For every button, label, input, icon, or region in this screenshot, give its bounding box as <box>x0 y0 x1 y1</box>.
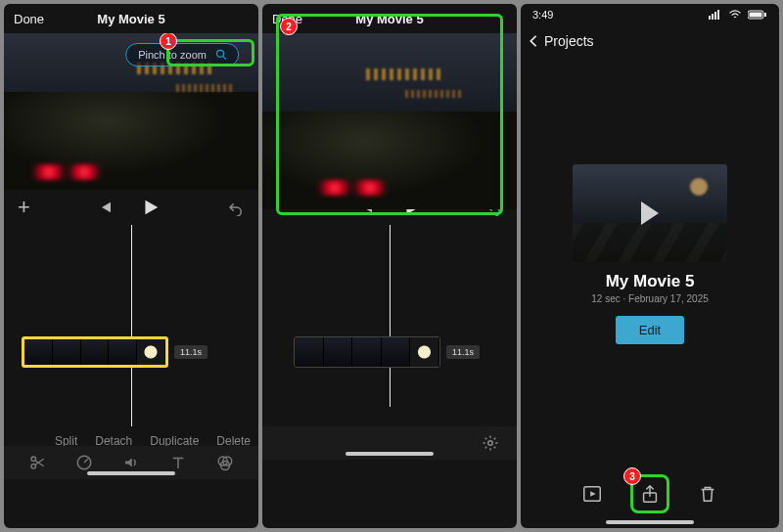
playhead[interactable] <box>131 225 132 426</box>
projects-label: Projects <box>544 33 594 49</box>
svg-rect-9 <box>709 16 711 20</box>
playhead[interactable] <box>390 225 391 407</box>
settings-gear-icon[interactable] <box>482 434 499 452</box>
project-meta: 12 sec · February 17, 2025 <box>573 293 727 304</box>
editor-panel-1: Done My Movie 5 Pinch to zoom 1 + 11.1s <box>4 4 258 528</box>
speed-icon[interactable] <box>75 454 93 471</box>
share-icon[interactable] <box>639 483 661 505</box>
text-icon[interactable] <box>169 454 187 471</box>
play-outline-icon[interactable] <box>581 483 603 505</box>
editor-panel-2: Done My Movie 5 2 11.1s <box>262 4 517 528</box>
timeline[interactable]: 11.1s Split Detach Duplicate Delete <box>4 225 258 479</box>
selected-clip[interactable] <box>22 336 168 368</box>
svg-point-8 <box>488 441 493 446</box>
signal-icon <box>709 10 722 20</box>
wifi-icon <box>728 10 742 20</box>
clip-row: 11.1s <box>22 334 247 370</box>
chevron-left-icon <box>529 34 538 48</box>
svg-rect-15 <box>764 13 766 17</box>
play-icon[interactable] <box>139 197 161 218</box>
clip-duration: 11.1s <box>446 345 480 359</box>
home-indicator <box>87 471 175 475</box>
scissors-icon[interactable] <box>28 454 46 471</box>
svg-rect-11 <box>714 12 716 20</box>
project-actions: 3 <box>521 471 779 516</box>
status-bar: 3:49 <box>521 4 779 25</box>
filters-icon[interactable] <box>216 454 234 471</box>
clip-duration: 11.1s <box>174 345 207 359</box>
transport-bar: + <box>4 190 258 225</box>
volume-icon[interactable] <box>122 454 140 471</box>
timeline[interactable]: 11.1s <box>262 225 517 460</box>
home-indicator <box>606 520 694 524</box>
clock: 3:49 <box>532 9 553 21</box>
back-to-projects[interactable]: Projects <box>521 25 779 57</box>
projects-panel: 3:49 Projects My Movie 5 12 sec · Februa… <box>521 4 779 528</box>
clip-row: 11.1s <box>280 334 505 370</box>
project-title: My Movie 5 <box>573 272 727 291</box>
battery-icon <box>748 10 767 20</box>
edit-button[interactable]: Edit <box>616 316 684 344</box>
undo-icon[interactable] <box>227 199 245 216</box>
share-button-highlight: 3 <box>630 474 669 513</box>
highlight-box-2 <box>276 14 503 215</box>
home-indicator <box>345 452 434 456</box>
marker-3: 3 <box>623 467 641 485</box>
svg-rect-12 <box>717 10 719 20</box>
svg-rect-10 <box>712 14 714 20</box>
add-media-button[interactable]: + <box>18 197 30 218</box>
play-icon <box>641 201 659 225</box>
project-thumbnail[interactable] <box>573 164 727 262</box>
done-button[interactable]: Done <box>14 12 44 26</box>
svg-rect-14 <box>750 13 762 18</box>
rewind-start-icon[interactable] <box>96 199 114 216</box>
clip[interactable] <box>294 336 440 368</box>
marker-2: 2 <box>280 18 298 35</box>
highlight-box-1 <box>166 39 254 66</box>
video-preview[interactable]: Pinch to zoom 1 <box>4 33 258 190</box>
trash-icon[interactable] <box>697 483 718 505</box>
topbar: Done My Movie 5 <box>4 4 258 33</box>
project-card: My Movie 5 12 sec · February 17, 2025 Ed… <box>573 164 727 344</box>
